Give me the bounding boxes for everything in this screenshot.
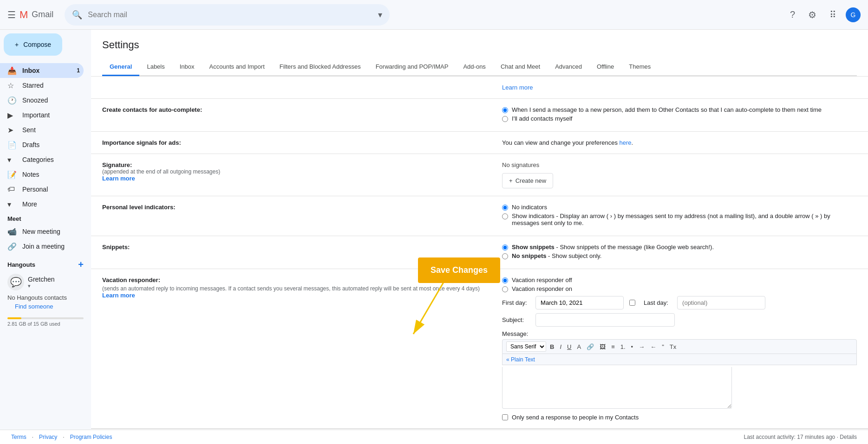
sidebar-item-label: Categories: [22, 156, 54, 163]
radio-vacation-on[interactable]: [502, 286, 508, 292]
sidebar-item-important[interactable]: ▶ Important: [0, 108, 84, 122]
radio-no-indicators[interactable]: [502, 205, 508, 211]
create-new-label: Create new: [516, 177, 546, 184]
find-someone-link[interactable]: Find someone: [7, 303, 60, 310]
tab-labels[interactable]: Labels: [139, 58, 172, 76]
no-indicators-label: No indicators: [512, 204, 547, 211]
learn-more-link-1[interactable]: Learn more: [502, 84, 533, 91]
settings-button[interactable]: ⚙: [804, 6, 820, 24]
sidebar: + Compose 📥 Inbox 1 ☆ Starred 🕐 Snoozed …: [0, 30, 91, 430]
text-color-button[interactable]: A: [575, 342, 583, 351]
radio-no-snippets[interactable]: [502, 253, 508, 259]
remove-format-button[interactable]: Tx: [668, 342, 678, 351]
tab-addons[interactable]: Add-ons: [456, 58, 493, 76]
tab-chat-meet[interactable]: Chat and Meet: [493, 58, 548, 76]
tab-offline[interactable]: Offline: [589, 58, 621, 76]
hangouts-user[interactable]: 💬 Gretchen ▾: [0, 272, 91, 292]
main-content: Settings General Labels Inbox Accounts a…: [91, 30, 868, 430]
last-day-label: Last day:: [644, 299, 672, 306]
tab-inbox[interactable]: Inbox: [172, 58, 202, 76]
sidebar-item-new-meeting[interactable]: 📹 New meeting: [0, 224, 84, 239]
footer-separator-1: ·: [32, 434, 33, 440]
image-button[interactable]: 🖼: [598, 342, 607, 351]
sidebar-item-personal[interactable]: 🏷 Personal: [0, 182, 84, 197]
hangouts-section: Hangouts + 💬 Gretchen ▾ No Hangouts cont…: [0, 254, 91, 310]
sidebar-item-more[interactable]: ▾ More: [0, 197, 84, 212]
signature-sublabel: (appended at the end of all outgoing mes…: [102, 168, 480, 175]
radio-show-indicators[interactable]: [502, 213, 508, 219]
program-policies-link[interactable]: Program Policies: [70, 434, 112, 440]
radio-vacation-off[interactable]: [502, 277, 508, 283]
radio-add-to-other[interactable]: [502, 107, 508, 113]
plus-icon: +: [15, 41, 19, 48]
hamburger-icon[interactable]: ☰: [7, 9, 16, 20]
message-area: Message: Sans Serif B I U A 🔗: [502, 330, 857, 410]
privacy-link[interactable]: Privacy: [39, 434, 57, 440]
hangouts-user-name: Gretchen: [28, 276, 55, 283]
subject-input[interactable]: [535, 313, 675, 327]
signature-cell: No signatures + Create new: [491, 154, 868, 196]
first-day-input[interactable]: [535, 296, 624, 309]
sidebar-item-sent[interactable]: ➤ Sent: [0, 122, 84, 137]
learn-more-vacation[interactable]: Learn more: [102, 292, 135, 299]
underline-button[interactable]: U: [565, 342, 573, 351]
link-button[interactable]: 🔗: [585, 342, 596, 351]
sidebar-item-label: More: [22, 200, 37, 208]
bulleted-list-button[interactable]: •: [629, 342, 635, 351]
sidebar-item-join-meeting[interactable]: 🔗 Join a meeting: [0, 239, 84, 254]
quote-button[interactable]: ": [660, 342, 666, 351]
show-snippets-row: Show snippets - Show snippets of the mes…: [502, 244, 857, 251]
tab-advanced[interactable]: Advanced: [548, 58, 589, 76]
no-signatures-text: No signatures: [502, 161, 857, 168]
outdent-button[interactable]: ←: [648, 342, 658, 351]
message-editor[interactable]: [502, 367, 732, 409]
create-contacts-options: When I send a message to a new person, a…: [491, 99, 868, 132]
terms-link[interactable]: Terms: [11, 434, 26, 440]
font-select[interactable]: Sans Serif: [506, 341, 546, 352]
details-link[interactable]: Details: [840, 434, 857, 440]
sidebar-item-starred[interactable]: ☆ Starred: [0, 78, 84, 93]
tab-themes[interactable]: Themes: [621, 58, 658, 76]
add-hangouts-icon[interactable]: +: [78, 259, 84, 270]
settings-header: Settings General Labels Inbox Accounts a…: [91, 30, 868, 77]
sidebar-item-notes[interactable]: 📝 Notes: [0, 167, 84, 182]
last-day-input[interactable]: [677, 296, 765, 309]
bold-button[interactable]: B: [548, 342, 556, 351]
apps-button[interactable]: ⠿: [826, 6, 840, 24]
importance-here-link[interactable]: here: [620, 139, 632, 146]
support-button[interactable]: ?: [786, 6, 799, 24]
find-someone-area: Find someone: [0, 303, 91, 310]
search-input[interactable]: [88, 11, 372, 19]
tab-general[interactable]: General: [102, 58, 139, 76]
create-contacts-label: Create contacts for auto-complete:: [91, 99, 491, 132]
filter-icon[interactable]: ▾: [378, 10, 382, 20]
only-send-label: Only send a response to people in my Con…: [512, 414, 639, 421]
snoozed-icon: 🕐: [7, 96, 17, 105]
settings-table: Learn more Create contacts for auto-comp…: [91, 77, 868, 429]
sidebar-item-inbox[interactable]: 📥 Inbox 1: [0, 63, 84, 78]
topbar-actions: ? ⚙ ⠿ G: [786, 6, 861, 24]
avatar[interactable]: G: [846, 7, 861, 22]
tab-accounts-import[interactable]: Accounts and Import: [202, 58, 272, 76]
align-button[interactable]: ≡: [609, 342, 617, 351]
only-send-checkbox[interactable]: [502, 414, 508, 420]
tab-forwarding[interactable]: Forwarding and POP/IMAP: [368, 58, 456, 76]
italic-button[interactable]: I: [558, 342, 563, 351]
radio-add-myself[interactable]: [502, 116, 508, 122]
signature-label: Signature:: [102, 161, 480, 168]
sidebar-item-categories[interactable]: ▾ Categories: [0, 152, 84, 167]
storage-bar: 2.81 GB of 15 GB used: [7, 317, 84, 327]
compose-button[interactable]: + Compose: [4, 33, 62, 56]
create-new-button[interactable]: + Create new: [502, 173, 553, 188]
plain-text-link[interactable]: « Plain Text: [506, 356, 535, 363]
sidebar-item-snoozed[interactable]: 🕐 Snoozed: [0, 93, 84, 108]
learn-more-signature[interactable]: Learn more: [102, 175, 135, 182]
indent-button[interactable]: →: [637, 342, 646, 351]
vacation-sublabel: (sends an automated reply to incoming me…: [102, 285, 480, 292]
sidebar-item-drafts[interactable]: 📄 Drafts: [0, 137, 84, 152]
numbered-list-button[interactable]: 1.: [619, 342, 627, 351]
tab-filters[interactable]: Filters and Blocked Addresses: [272, 58, 368, 76]
last-day-checkbox[interactable]: [629, 300, 635, 306]
sidebar-item-label: Inbox: [22, 67, 39, 74]
radio-show-snippets[interactable]: [502, 245, 508, 251]
